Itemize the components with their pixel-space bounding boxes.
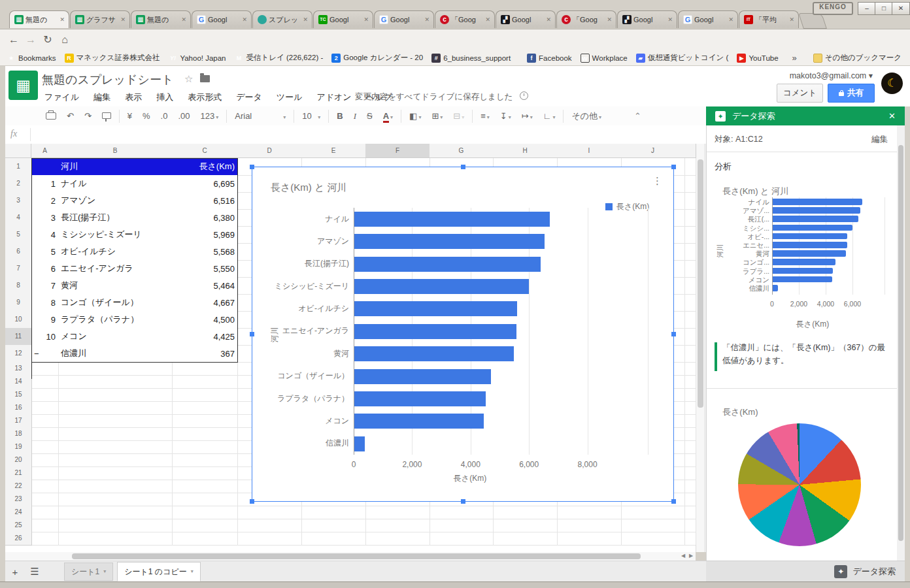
row-header-25[interactable]: 25: [5, 519, 32, 532]
bookmark-item[interactable]: WWorkplace: [581, 54, 628, 63]
new-tab-button[interactable]: [798, 13, 827, 29]
decrease-decimal-button[interactable]: .0: [156, 111, 173, 121]
cell-A6[interactable]: 5: [31, 243, 59, 261]
cell-C7[interactable]: 5,550: [172, 260, 238, 278]
cell-C12[interactable]: 367: [172, 345, 238, 363]
cell-C9[interactable]: 4,667: [172, 294, 238, 312]
chart-resize-handle[interactable]: [671, 499, 676, 504]
browser-tab[interactable]: c「Goog✕: [435, 10, 495, 28]
row-header-4[interactable]: 4: [5, 209, 32, 227]
browser-tab[interactable]: TCGoogl✕: [313, 10, 373, 28]
italic-button[interactable]: I: [348, 111, 362, 122]
column-header-I[interactable]: I: [557, 144, 622, 158]
chart-bar[interactable]: [354, 301, 517, 316]
row-header-16[interactable]: 16: [5, 401, 32, 415]
cell-A11[interactable]: 10: [31, 328, 59, 346]
chart-resize-handle[interactable]: [461, 165, 465, 169]
text-wrap-button[interactable]: ↦▾: [516, 111, 538, 121]
all-sheets-button[interactable]: ☰: [25, 566, 44, 578]
undo-button[interactable]: ↶: [61, 111, 79, 121]
row-header-20[interactable]: 20: [5, 453, 32, 467]
font-select[interactable]: Arial▾: [229, 111, 291, 121]
browser-tab[interactable]: ▞Googl✕: [617, 10, 677, 28]
browser-tab[interactable]: GGoogl✕: [374, 10, 434, 28]
cell-B4[interactable]: 長江(揚子江）: [58, 209, 173, 227]
cell-B9[interactable]: コンゴ（ザイール）: [58, 294, 173, 312]
fill-color-button[interactable]: ◧▾: [404, 111, 426, 121]
horizontal-scrollbar[interactable]: [5, 552, 696, 561]
vertical-align-button[interactable]: ↧▾: [495, 111, 516, 121]
cell-A5[interactable]: 4: [31, 226, 59, 244]
revision-history-icon[interactable]: [520, 91, 528, 100]
tab-close-icon[interactable]: ✕: [241, 16, 248, 24]
strikethrough-button[interactable]: S: [362, 111, 378, 121]
other-bookmarks[interactable]: その他のブックマーク: [813, 53, 902, 63]
percent-format-button[interactable]: %: [137, 111, 156, 121]
row-header-21[interactable]: 21: [5, 466, 32, 480]
sheet-tab-シート1[interactable]: シート1▾: [64, 563, 113, 581]
row-header-10[interactable]: 10: [5, 311, 32, 329]
cell-B12[interactable]: 信濃川: [58, 345, 173, 363]
column-header-C[interactable]: C: [172, 144, 238, 158]
reload-button[interactable]: ↻: [39, 32, 56, 48]
cell-C8[interactable]: 5,464: [172, 277, 238, 295]
chart-resize-handle[interactable]: [461, 499, 465, 504]
cell-A3[interactable]: 2: [31, 192, 59, 210]
row-header-18[interactable]: 18: [5, 427, 32, 441]
tab-close-icon[interactable]: ✕: [788, 16, 796, 24]
bookmark-item[interactable]: 2Google カレンダー - 20: [331, 53, 423, 63]
mini-bar-chart[interactable]: 02,0004,0006,000ナイルアマゾ...長江(...ミシシ...オビ-…: [707, 196, 905, 310]
text-rotation-button[interactable]: ∟▾: [538, 111, 561, 121]
number-format-button[interactable]: 123▾: [195, 111, 224, 121]
row-header-19[interactable]: 19: [5, 440, 32, 454]
row-header-11[interactable]: 11: [5, 328, 32, 346]
column-header-H[interactable]: H: [493, 144, 558, 158]
panel-scrollbar[interactable]: [897, 125, 905, 561]
tab-close-icon[interactable]: ✕: [58, 16, 66, 24]
row-header-24[interactable]: 24: [5, 506, 32, 519]
chart-bar[interactable]: [354, 324, 516, 339]
chart-resize-handle[interactable]: [250, 332, 254, 336]
cell-A7[interactable]: 6: [31, 260, 59, 278]
browser-tab[interactable]: ▦無題の✕: [9, 10, 69, 28]
cell-B6[interactable]: オビ-イルチシ: [58, 243, 173, 261]
browser-tab[interactable]: GGoogl✕: [192, 10, 252, 28]
tab-close-icon[interactable]: ✕: [484, 16, 492, 24]
panel-scrollbar-thumb[interactable]: [898, 145, 903, 541]
menu-データ[interactable]: データ: [232, 90, 266, 105]
browser-tab[interactable]: c「Goog✕: [556, 10, 616, 28]
bookmark-item[interactable]: ★Bookmarks: [7, 54, 56, 63]
row-header-17[interactable]: 17: [5, 414, 32, 428]
browser-tab[interactable]: ▦グラフサ✕: [70, 10, 130, 28]
row-header-12[interactable]: 12: [5, 345, 32, 363]
collapse-toolbar-button[interactable]: ⌃: [629, 111, 647, 121]
row-header-26[interactable]: 26: [5, 532, 32, 546]
cell-B1[interactable]: 河川: [58, 158, 173, 176]
horizontal-scrollbar-thumb[interactable]: [72, 553, 641, 559]
cell-B2[interactable]: ナイル: [58, 175, 173, 193]
chart-resize-handle[interactable]: [671, 165, 676, 169]
cell-B5[interactable]: ミシシッピ-ミズーリ: [58, 226, 173, 244]
sheet-tab-シート1 のコピー[interactable]: シート1 のコピー▾: [117, 562, 200, 581]
tab-close-icon[interactable]: ✕: [605, 16, 613, 24]
menu-表示形式[interactable]: 表示形式: [184, 90, 226, 105]
bookmark-item[interactable]: fFacebook: [527, 54, 572, 63]
redo-button[interactable]: ↷: [79, 111, 97, 121]
star-document-icon[interactable]: ☆: [184, 73, 193, 85]
move-folder-icon[interactable]: [200, 75, 210, 82]
chart-bar[interactable]: [354, 369, 491, 384]
bookmarks-overflow-icon[interactable]: »: [792, 53, 797, 63]
chart-resize-handle[interactable]: [250, 499, 254, 504]
row-header-23[interactable]: 23: [5, 493, 32, 506]
forward-button[interactable]: →: [22, 32, 39, 48]
pie-chart[interactable]: [738, 423, 861, 546]
chart-bar[interactable]: [354, 391, 486, 406]
cell-C5[interactable]: 5,969: [172, 226, 238, 244]
cell-B11[interactable]: メコン: [58, 328, 173, 346]
browser-tab[interactable]: ▦無題の✕: [131, 10, 191, 28]
column-header-D[interactable]: D: [237, 144, 302, 158]
cell-C3[interactable]: 6,516: [172, 192, 238, 210]
cell-C4[interactable]: 6,380: [172, 209, 238, 227]
add-sheet-button[interactable]: +: [5, 566, 25, 578]
menu-ファイル[interactable]: ファイル: [41, 90, 83, 105]
